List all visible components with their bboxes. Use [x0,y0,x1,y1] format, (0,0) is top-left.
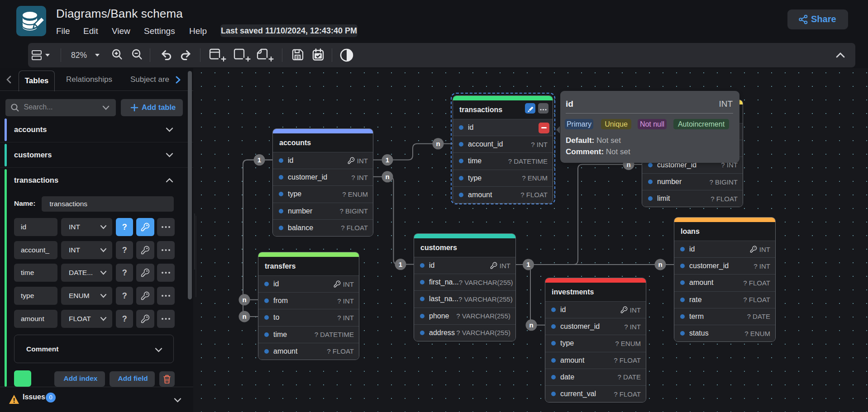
svg-text:n: n [385,173,389,180]
svg-text:1: 1 [258,156,261,164]
svg-text:n: n [242,296,246,303]
svg-text:1: 1 [399,260,402,268]
svg-text:n: n [658,260,662,268]
svg-text:1: 1 [386,156,389,164]
svg-text:1: 1 [526,260,530,268]
svg-text:n: n [529,321,533,329]
svg-text:n: n [242,313,246,320]
svg-text:n: n [436,140,440,147]
